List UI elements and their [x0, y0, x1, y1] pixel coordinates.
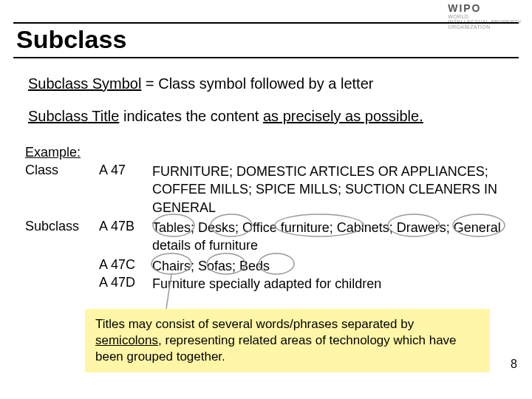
def-title-term: Subclass Title [28, 108, 119, 124]
example-row-code: A 47 [99, 163, 126, 178]
example-row-label: Class [25, 163, 58, 178]
def-title-suffix: as precisely as possible. [263, 108, 423, 124]
logo-sub-1: WORLD [448, 14, 522, 19]
logo-main: WIPO [448, 3, 522, 14]
example-row-label: Subclass [25, 219, 79, 234]
example-row-code: A 47C [99, 257, 135, 273]
example-row-code: A 47D [99, 275, 135, 290]
definition-symbol: Subclass Symbol = Class symbol followed … [28, 75, 504, 92]
page-number: 8 [511, 358, 517, 371]
example-row-desc: Furniture specially adapted for children [152, 275, 510, 293]
title-band: Subclass [13, 22, 519, 58]
note-box: Titles may consist of several words/phra… [85, 309, 490, 372]
example-row-desc: Chairs; Sofas; Beds [152, 257, 510, 275]
example-row-code: A 47B [99, 219, 134, 234]
example-row-desc: FURNITURE; DOMESTIC ARTICLES OR APPLIANC… [152, 163, 510, 216]
example-label: Example: [25, 145, 81, 160]
def-symbol-rest: = Class symbol followed by a letter [141, 75, 373, 92]
example-row-desc: Tables; Desks; Office furniture; Cabinet… [152, 219, 510, 255]
note-pre: Titles may consist of several words/phra… [95, 317, 414, 331]
def-title-mid: indicates the content [119, 108, 263, 124]
definition-title: Subclass Title indicates the content as … [28, 108, 504, 125]
page-title: Subclass [16, 25, 516, 54]
def-symbol-term: Subclass Symbol [28, 75, 141, 92]
note-keyword: semicolons [95, 333, 158, 347]
